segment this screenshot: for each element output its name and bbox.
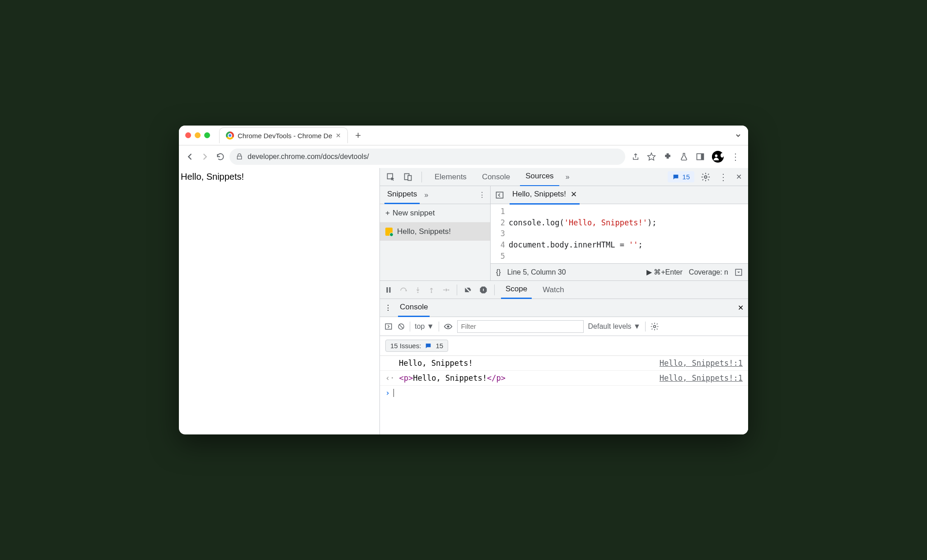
console-sidebar-toggle-icon[interactable] bbox=[384, 322, 393, 331]
toggle-navigator-icon[interactable] bbox=[495, 191, 504, 200]
tab-scope[interactable]: Scope bbox=[501, 280, 532, 299]
tab-watch[interactable]: Watch bbox=[538, 281, 569, 299]
page-viewport: Hello, Snippets! bbox=[179, 168, 380, 434]
step-icon[interactable] bbox=[441, 286, 450, 294]
editor-file-tab[interactable]: Hello, Snippets! ✕ bbox=[510, 186, 580, 205]
plus-icon: + bbox=[385, 209, 390, 218]
close-file-icon[interactable]: ✕ bbox=[571, 190, 577, 199]
close-window-button[interactable] bbox=[185, 132, 191, 138]
maximize-window-button[interactable] bbox=[204, 132, 210, 138]
console-toolbar: top ▼ Default levels ▼ bbox=[380, 317, 748, 336]
console-row[interactable]: Hello, Snippets! Hello, Snippets!:1 bbox=[380, 356, 748, 371]
run-snippet-button[interactable]: ▶ ⌘+Enter bbox=[646, 268, 683, 276]
device-toggle-icon[interactable] bbox=[402, 173, 414, 182]
console-output: Hello, Snippets! Hello, Snippets!:1 ‹· <… bbox=[380, 356, 748, 400]
tab-title: Chrome DevTools - Chrome De bbox=[238, 132, 332, 140]
minimize-window-button[interactable] bbox=[195, 132, 201, 138]
sidebar-more-icon[interactable]: » bbox=[424, 191, 428, 199]
more-tabs-icon[interactable]: » bbox=[564, 173, 571, 181]
lock-icon bbox=[236, 153, 243, 160]
address-bar[interactable]: developer.chrome.com/docs/devtools/ bbox=[229, 149, 625, 165]
filter-input[interactable] bbox=[457, 320, 584, 333]
forward-button[interactable] bbox=[199, 150, 211, 163]
browser-tab[interactable]: Chrome DevTools - Chrome De ✕ bbox=[219, 127, 348, 143]
svg-rect-6 bbox=[408, 175, 412, 180]
content-area: Hello, Snippets! Elements Console Source… bbox=[179, 168, 748, 434]
browser-window: Chrome DevTools - Chrome De ✕ + develope… bbox=[179, 126, 748, 434]
star-icon[interactable] bbox=[647, 152, 656, 161]
url-text: developer.chrome.com/docs/devtools/ bbox=[248, 153, 369, 161]
tab-snippets[interactable]: Snippets bbox=[384, 186, 420, 204]
svg-point-20 bbox=[447, 325, 449, 327]
tab-console[interactable]: Console bbox=[477, 168, 515, 186]
snippet-item[interactable]: Hello, Snippets! bbox=[380, 223, 490, 241]
labs-icon[interactable] bbox=[679, 152, 688, 161]
new-snippet-button[interactable]: + New snippet bbox=[380, 204, 490, 223]
step-into-icon[interactable] bbox=[414, 286, 421, 294]
source-link[interactable]: Hello, Snippets!:1 bbox=[660, 359, 743, 368]
pause-on-exceptions-icon[interactable] bbox=[479, 285, 488, 294]
clear-console-icon[interactable] bbox=[397, 322, 405, 331]
cursor-position: Line 5, Column 30 bbox=[507, 268, 566, 276]
chrome-icon bbox=[226, 131, 234, 140]
toolbar-actions bbox=[628, 151, 744, 163]
svg-rect-10 bbox=[387, 287, 388, 293]
titlebar: Chrome DevTools - Chrome De ✕ + bbox=[179, 126, 748, 145]
pretty-print-icon[interactable]: {} bbox=[496, 268, 501, 276]
svg-rect-17 bbox=[483, 289, 484, 289]
editor-statusbar: {} Line 5, Column 30 ▶ ⌘+Enter Coverage:… bbox=[491, 263, 748, 280]
svg-rect-18 bbox=[385, 324, 392, 329]
issues-chip[interactable]: 15 Issues: 15 bbox=[385, 340, 448, 352]
svg-point-12 bbox=[406, 290, 407, 291]
tabs-overflow-icon[interactable] bbox=[735, 132, 742, 139]
back-button[interactable] bbox=[183, 150, 196, 163]
return-arrow-icon: ‹· bbox=[385, 373, 394, 383]
live-expression-icon[interactable] bbox=[444, 323, 453, 330]
source-link[interactable]: Hello, Snippets!:1 bbox=[660, 373, 743, 383]
deactivate-breakpoints-icon[interactable] bbox=[464, 285, 473, 294]
context-selector[interactable]: top ▼ bbox=[415, 322, 434, 331]
debugger-toolbar: Scope Watch bbox=[380, 281, 748, 299]
console-row[interactable]: ‹· <p>Hello, Snippets!</p> Hello, Snippe… bbox=[380, 371, 748, 386]
new-tab-button[interactable]: + bbox=[351, 130, 365, 141]
cursor bbox=[393, 389, 394, 397]
dropdown-icon[interactable] bbox=[735, 268, 743, 276]
page-text: Hello, Snippets! bbox=[179, 172, 379, 182]
console-header: Console ✕ bbox=[380, 299, 748, 317]
coverage-status[interactable]: Coverage: n bbox=[689, 268, 728, 276]
code-editor: Hello, Snippets! ✕ 12345 console.log('He… bbox=[491, 186, 748, 280]
console-drawer-tab[interactable]: Console bbox=[398, 299, 430, 317]
snippet-file-icon bbox=[385, 228, 393, 236]
side-panel-icon[interactable] bbox=[696, 152, 705, 161]
issues-badge[interactable]: 15 bbox=[668, 171, 694, 182]
pause-icon[interactable] bbox=[384, 286, 393, 294]
console-settings-icon[interactable] bbox=[650, 322, 659, 331]
share-icon[interactable] bbox=[632, 153, 640, 161]
tab-elements[interactable]: Elements bbox=[429, 168, 472, 186]
inspect-icon[interactable] bbox=[384, 173, 397, 182]
traffic-lights bbox=[185, 132, 210, 138]
console-prompt[interactable]: › bbox=[380, 386, 748, 400]
svg-rect-11 bbox=[389, 287, 391, 293]
sidebar-menu-icon[interactable] bbox=[478, 191, 486, 199]
menu-icon[interactable] bbox=[731, 151, 740, 162]
profile-avatar-icon[interactable] bbox=[712, 151, 724, 163]
settings-icon[interactable] bbox=[699, 172, 712, 182]
toolbar: developer.chrome.com/docs/devtools/ bbox=[179, 145, 748, 168]
svg-rect-8 bbox=[496, 192, 503, 198]
step-over-icon[interactable] bbox=[399, 286, 408, 294]
extensions-icon[interactable] bbox=[663, 152, 672, 161]
reload-button[interactable] bbox=[214, 150, 227, 163]
close-drawer-icon[interactable]: ✕ bbox=[738, 303, 744, 312]
svg-point-14 bbox=[431, 292, 432, 293]
line-gutter: 12345 bbox=[491, 206, 509, 261]
log-levels-selector[interactable]: Default levels ▼ bbox=[588, 322, 641, 331]
step-out-icon[interactable] bbox=[428, 286, 435, 294]
close-tab-icon[interactable]: ✕ bbox=[336, 132, 341, 139]
devtools-menu-icon[interactable] bbox=[717, 172, 730, 182]
code-area[interactable]: 12345 console.log('Hello, Snippets!'); d… bbox=[491, 204, 748, 263]
svg-point-7 bbox=[704, 176, 707, 178]
close-devtools-icon[interactable]: ✕ bbox=[734, 173, 744, 181]
tab-sources[interactable]: Sources bbox=[520, 167, 559, 187]
console-menu-icon[interactable] bbox=[384, 303, 392, 312]
